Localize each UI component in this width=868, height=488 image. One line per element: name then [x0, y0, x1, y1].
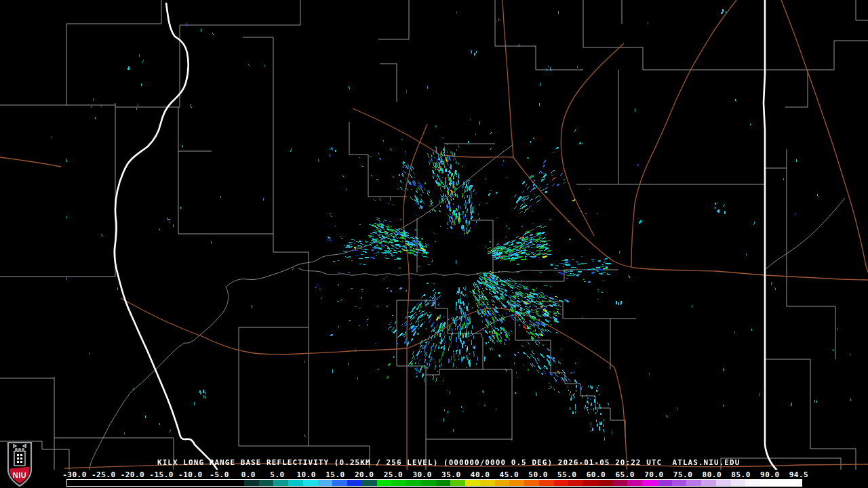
colorbar-segment: [362, 480, 377, 486]
colorbar-tick-label: 80.0: [703, 470, 722, 479]
colorbar-segment: [642, 480, 657, 486]
colorbar-tick-label: -5.0: [210, 470, 229, 479]
colorbar-segment: [568, 480, 583, 486]
colorbar-tick-label: 30.0: [412, 470, 432, 479]
colorbar-segment: [509, 480, 524, 486]
colorbar-tick-label: -10.0: [178, 470, 203, 479]
radar-map-screen: KILX LONG RANGE BASE REFLECTIVITY (0.25K…: [0, 0, 868, 488]
colorbar-segment: [760, 480, 775, 486]
colorbar-segment: [716, 480, 731, 486]
colorbar-tick-label: 35.0: [441, 470, 461, 479]
colorbar-segment: [465, 480, 480, 486]
colorbar-tick-label: 65.0: [615, 470, 635, 479]
colorbar-tick-label: 94.5: [789, 470, 809, 479]
colorbar-tick-label: 90.0: [760, 470, 780, 479]
colorbar-segment: [745, 480, 760, 486]
colorbar-tick-label: 10.0: [297, 470, 317, 479]
colorbar-segment: [288, 480, 303, 486]
colorbar-segment: [627, 480, 642, 486]
colorbar-segment: [775, 480, 802, 486]
colorbar-tick-label: 50.0: [528, 470, 548, 479]
colorbar-segment: [524, 480, 539, 486]
colorbar-tick-label: 75.0: [673, 470, 693, 479]
colorbar-segment: [554, 480, 569, 486]
colorbar-segment: [67, 480, 244, 486]
colorbar-segment: [480, 480, 495, 486]
colorbar-segment: [421, 480, 436, 486]
reflectivity-colorbar: -30.0-25.0-20.0-15.0-10.0-5.00.05.010.01…: [0, 470, 868, 488]
colorbar-tick-label: 60.0: [587, 470, 606, 479]
colorbar-tick-label: 85.0: [731, 470, 751, 479]
colorbar-segment: [686, 480, 701, 486]
colorbar-segment: [583, 480, 598, 486]
colorbar-tick-label: 70.0: [644, 470, 664, 479]
colorbar-tick-label: -30.0: [62, 470, 87, 479]
colorbar-segment: [450, 480, 465, 486]
colorbar-segment: [244, 480, 259, 486]
colorbar-segment: [731, 480, 746, 486]
radar-echoes: [0, 0, 868, 488]
colorbar-segment: [259, 480, 274, 486]
colorbar-segment: [701, 480, 716, 486]
colorbar-tick-label: 15.0: [326, 470, 345, 479]
colorbar-segment: [273, 480, 288, 486]
colorbar-segment: [347, 480, 362, 486]
colorbar-segment: [436, 480, 451, 486]
colorbar-tick-label: 0.0: [241, 470, 256, 479]
colorbar-tick-label: 40.0: [471, 470, 490, 479]
colorbar-segment: [598, 480, 613, 486]
colorbar-segment: [303, 480, 318, 486]
niu-shield-logo: NIU: [5, 442, 34, 488]
colorbar-tick-label: 25.0: [384, 470, 403, 479]
colorbar-tick-label: 55.0: [557, 470, 577, 479]
colorbar-tick-label: 20.0: [355, 470, 374, 479]
colorbar-segment: [657, 480, 672, 486]
colorbar-tick-label: -20.0: [121, 470, 145, 479]
colorbar-segment: [377, 480, 392, 486]
colorbar-segment: [406, 480, 421, 486]
colorbar-tick-label: 5.0: [270, 470, 284, 479]
colorbar-segment: [391, 480, 406, 486]
logo-text: NIU: [13, 471, 26, 479]
colorbar-segment: [672, 480, 687, 486]
colorbar-tick-label: 45.0: [500, 470, 519, 479]
colorbar-segment: [495, 480, 510, 486]
colorbar-segment: [613, 480, 628, 486]
colorbar-segment: [318, 480, 333, 486]
colorbar-segment: [539, 480, 554, 486]
colorbar-tick-labels: -30.0-25.0-20.0-15.0-10.0-5.00.05.010.01…: [0, 470, 868, 479]
colorbar-segment: [332, 480, 347, 486]
colorbar-tick-label: -15.0: [149, 470, 174, 479]
product-caption: KILX LONG RANGE BASE REFLECTIVITY (0.25K…: [157, 458, 740, 467]
colorbar-tick-label: -25.0: [92, 470, 116, 479]
colorbar-gradient: [66, 479, 802, 487]
